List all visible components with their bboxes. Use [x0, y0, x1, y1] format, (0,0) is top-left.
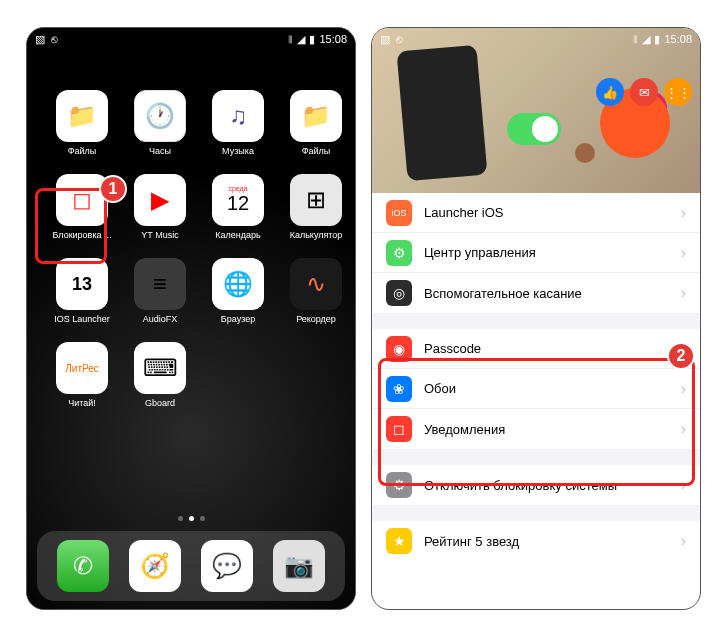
- app-music[interactable]: ♫Музыка: [203, 90, 273, 156]
- settings-group: ★Рейтинг 5 звезд›: [372, 521, 700, 561]
- audiofx-icon: ≡: [134, 258, 186, 310]
- share-button[interactable]: ⋮⋮: [664, 78, 692, 106]
- signal-icon: ◢: [297, 33, 305, 46]
- chevron-right-icon: ›: [681, 532, 686, 550]
- settings-row-launcher-ios[interactable]: iOSLauncher iOS›: [372, 193, 700, 233]
- annotation-badge-1: 1: [99, 175, 127, 203]
- browser-icon: 🌐: [212, 258, 264, 310]
- app-label: Часы: [125, 146, 195, 156]
- app-label: Калькулятор: [281, 230, 351, 240]
- page-dots[interactable]: [27, 516, 355, 521]
- app-litres[interactable]: ЛитРесЧитай!: [47, 342, 117, 408]
- clock-time: 15:08: [664, 33, 692, 45]
- annotation-highlight-1: [35, 188, 107, 264]
- app-label: YT Music: [125, 230, 195, 240]
- page-dot-active[interactable]: [189, 516, 194, 521]
- app-calculator[interactable]: ⊞Калькулятор: [281, 174, 351, 240]
- photo-indicator-icon: ▧: [35, 33, 45, 46]
- settings-group: iOSLauncher iOS›⚙Центр управления›◎Вспом…: [372, 193, 700, 313]
- battery-icon: ▮: [309, 33, 315, 46]
- assistive-touch-icon: ◎: [386, 280, 412, 306]
- app-label: Рекордер: [281, 314, 351, 324]
- signal-icon: ◢: [642, 33, 650, 46]
- like-button[interactable]: 👍: [596, 78, 624, 106]
- app-yt-music[interactable]: ▶YT Music: [125, 174, 195, 240]
- status-bar: ▧ ⎋ ⫴ ◢ ▮ 15:08: [27, 28, 355, 50]
- battery-icon: ▮: [654, 33, 660, 46]
- settings-row-label: Passcode: [424, 341, 681, 356]
- vibrate-icon: ⫴: [288, 33, 293, 46]
- rate-icon: ★: [386, 528, 412, 554]
- app-browser[interactable]: 🌐Браузер: [203, 258, 273, 324]
- settings-row-label: Вспомогательное касание: [424, 286, 681, 301]
- chevron-right-icon: ›: [681, 204, 686, 222]
- app-gboard[interactable]: ⌨Gboard: [125, 342, 195, 408]
- app-label: Gboard: [125, 398, 195, 408]
- photo-indicator-icon: ▧: [380, 33, 390, 46]
- control-center-icon: ⚙: [386, 240, 412, 266]
- settings-row-assistive-touch[interactable]: ◎Вспомогательное касание›: [372, 273, 700, 313]
- settings-row-label: Рейтинг 5 звезд: [424, 534, 681, 549]
- app-label: Файлы: [47, 146, 117, 156]
- launcher-ios-icon: iOS: [386, 200, 412, 226]
- calculator-icon: ⊞: [290, 174, 342, 226]
- calendar-icon: среда12: [212, 174, 264, 226]
- app-label: Файлы: [281, 146, 351, 156]
- folder-icon: 📁: [56, 90, 108, 142]
- settings-row-control-center[interactable]: ⚙Центр управления›: [372, 233, 700, 273]
- app-audiofx[interactable]: ≡AudioFX: [125, 258, 195, 324]
- chevron-right-icon: ›: [681, 244, 686, 262]
- cast-icon: ⎋: [396, 33, 403, 46]
- messages-icon[interactable]: 💬: [201, 540, 253, 592]
- app-folder[interactable]: 📁Файлы: [281, 90, 351, 156]
- phone-right-settings: ▧ ⎋ ⫴ ◢ ▮ 15:08 👍 ✉ ⋮⋮ iOSLauncher iOS›⚙…: [371, 27, 701, 610]
- settings-row-label: Центр управления: [424, 245, 681, 260]
- app-label: Читай!: [47, 398, 117, 408]
- settings-row-rate[interactable]: ★Рейтинг 5 звезд›: [372, 521, 700, 561]
- safari-icon[interactable]: 🧭: [129, 540, 181, 592]
- clock-time: 15:08: [319, 33, 347, 45]
- app-label: IOS Launcher: [47, 314, 117, 324]
- clock-icon: 🕐: [134, 90, 186, 142]
- phone-icon[interactable]: ✆: [57, 540, 109, 592]
- settings-row-label: Launcher iOS: [424, 205, 681, 220]
- yt-music-icon: ▶: [134, 174, 186, 226]
- gboard-icon: ⌨: [134, 342, 186, 394]
- app-ios-launcher[interactable]: 13IOS Launcher: [47, 258, 117, 324]
- litres-icon: ЛитРес: [56, 342, 108, 394]
- folder-icon: 📁: [290, 90, 342, 142]
- master-toggle[interactable]: [507, 113, 561, 145]
- app-clock[interactable]: 🕐Часы: [125, 90, 195, 156]
- page-dot[interactable]: [178, 516, 183, 521]
- app-label: AudioFX: [125, 314, 195, 324]
- vibrate-icon: ⫴: [633, 33, 638, 46]
- app-label: Музыка: [203, 146, 273, 156]
- phone-left-homescreen: ▧ ⎋ ⫴ ◢ ▮ 15:08 📁Файлы🕐Часы♫Музыка📁Файлы…: [26, 27, 356, 610]
- app-folder[interactable]: 📁Файлы: [47, 90, 117, 156]
- dock: ✆🧭💬📷: [37, 531, 345, 601]
- app-recorder[interactable]: ∿Рекордер: [281, 258, 351, 324]
- status-bar: ▧ ⎋ ⫴ ◢ ▮ 15:08: [372, 28, 700, 50]
- page-dot[interactable]: [200, 516, 205, 521]
- camera-icon[interactable]: 📷: [273, 540, 325, 592]
- music-icon: ♫: [212, 90, 264, 142]
- app-label: Календарь: [203, 230, 273, 240]
- annotation-badge-2: 2: [667, 342, 695, 370]
- app-calendar[interactable]: среда12Календарь: [203, 174, 273, 240]
- settings-header: ▧ ⎋ ⫴ ◢ ▮ 15:08 👍 ✉ ⋮⋮: [372, 28, 700, 193]
- annotation-highlight-2: [378, 358, 695, 486]
- ios-launcher-icon: 13: [56, 258, 108, 310]
- recorder-icon: ∿: [290, 258, 342, 310]
- chevron-right-icon: ›: [681, 284, 686, 302]
- gmail-button[interactable]: ✉: [630, 78, 658, 106]
- cast-icon: ⎋: [51, 33, 58, 46]
- app-label: Браузер: [203, 314, 273, 324]
